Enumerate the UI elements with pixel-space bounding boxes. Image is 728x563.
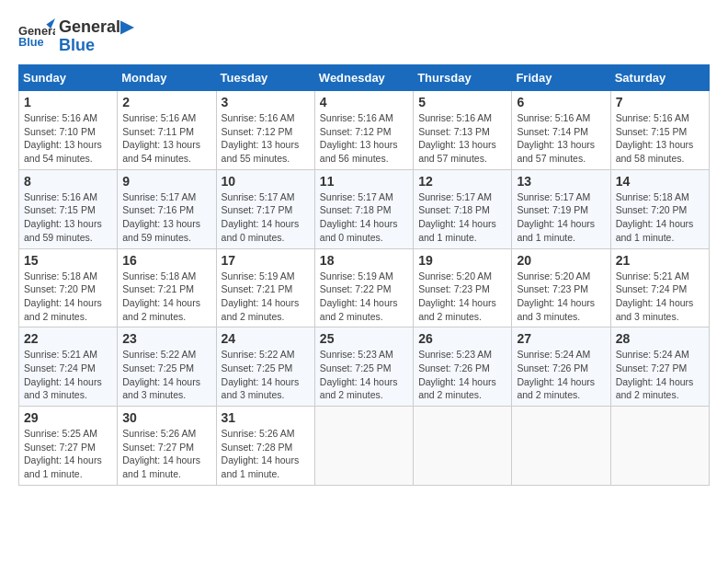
calendar-cell: 8Sunrise: 5:16 AM Sunset: 7:15 PM Daylig… [19,169,118,248]
calendar-cell: 13Sunrise: 5:17 AM Sunset: 7:19 PM Dayli… [512,169,610,248]
day-number: 31 [222,410,310,425]
day-number: 1 [24,95,112,109]
day-number: 18 [320,253,408,268]
day-number: 22 [24,331,112,346]
calendar-cell: 16Sunrise: 5:18 AM Sunset: 7:21 PM Dayli… [118,248,216,327]
day-number: 26 [418,331,506,346]
calendar-cell: 12Sunrise: 5:17 AM Sunset: 7:18 PM Dayli… [414,169,512,248]
day-info: Sunrise: 5:18 AM Sunset: 7:20 PM Dayligh… [616,190,704,245]
page-header: General Blue General▶ Blue [18,18,710,55]
calendar-cell: 17Sunrise: 5:19 AM Sunset: 7:21 PM Dayli… [216,248,314,327]
logo: General Blue General▶ Blue [18,18,133,55]
calendar-cell: 23Sunrise: 5:22 AM Sunset: 7:25 PM Dayli… [118,327,216,407]
calendar-cell: 31Sunrise: 5:26 AM Sunset: 7:28 PM Dayli… [216,407,314,486]
day-info: Sunrise: 5:16 AM Sunset: 7:12 PM Dayligh… [222,111,310,166]
calendar-cell [414,407,512,486]
calendar-cell: 11Sunrise: 5:17 AM Sunset: 7:18 PM Dayli… [314,169,413,248]
day-info: Sunrise: 5:19 AM Sunset: 7:21 PM Dayligh… [222,270,310,324]
header-saturday: Saturday [610,65,709,91]
calendar-cell: 30Sunrise: 5:26 AM Sunset: 7:27 PM Dayli… [118,407,216,486]
calendar-cell: 2Sunrise: 5:16 AM Sunset: 7:11 PM Daylig… [118,91,216,170]
day-number: 21 [616,253,704,268]
calendar-cell: 1Sunrise: 5:16 AM Sunset: 7:10 PM Daylig… [19,91,118,170]
day-info: Sunrise: 5:17 AM Sunset: 7:17 PM Dayligh… [222,190,310,245]
day-info: Sunrise: 5:17 AM Sunset: 7:19 PM Dayligh… [517,190,605,245]
calendar-cell: 26Sunrise: 5:23 AM Sunset: 7:26 PM Dayli… [414,327,512,407]
day-info: Sunrise: 5:17 AM Sunset: 7:18 PM Dayligh… [320,190,408,245]
day-info: Sunrise: 5:22 AM Sunset: 7:25 PM Dayligh… [222,348,310,402]
calendar-cell: 7Sunrise: 5:16 AM Sunset: 7:15 PM Daylig… [610,91,709,170]
day-number: 8 [24,174,112,189]
calendar-cell: 5Sunrise: 5:16 AM Sunset: 7:13 PM Daylig… [414,91,512,170]
day-info: Sunrise: 5:21 AM Sunset: 7:24 PM Dayligh… [616,270,704,324]
calendar-cell: 15Sunrise: 5:18 AM Sunset: 7:20 PM Dayli… [19,248,118,327]
day-number: 16 [122,253,210,268]
calendar-table: SundayMondayTuesdayWednesdayThursdayFrid… [18,64,710,486]
calendar-cell: 29Sunrise: 5:25 AM Sunset: 7:27 PM Dayli… [19,407,118,486]
day-number: 30 [122,410,210,425]
day-number: 23 [122,331,210,346]
calendar-cell: 20Sunrise: 5:20 AM Sunset: 7:23 PM Dayli… [512,248,610,327]
day-info: Sunrise: 5:16 AM Sunset: 7:15 PM Dayligh… [616,111,704,166]
logo-icon: General Blue [18,18,55,55]
svg-text:Blue: Blue [18,35,44,49]
day-number: 29 [24,410,112,425]
calendar-cell: 24Sunrise: 5:22 AM Sunset: 7:25 PM Dayli… [216,327,314,407]
day-info: Sunrise: 5:16 AM Sunset: 7:14 PM Dayligh… [517,111,605,166]
calendar-week-1: 1Sunrise: 5:16 AM Sunset: 7:10 PM Daylig… [19,91,710,170]
day-info: Sunrise: 5:25 AM Sunset: 7:27 PM Dayligh… [24,427,112,481]
header-sunday: Sunday [19,65,118,91]
day-number: 15 [24,253,112,268]
day-number: 25 [320,331,408,346]
day-info: Sunrise: 5:21 AM Sunset: 7:24 PM Dayligh… [24,348,112,402]
day-info: Sunrise: 5:20 AM Sunset: 7:23 PM Dayligh… [517,270,605,324]
day-number: 20 [517,253,605,268]
day-number: 27 [517,331,605,346]
day-number: 13 [517,174,605,189]
calendar-cell: 9Sunrise: 5:17 AM Sunset: 7:16 PM Daylig… [118,169,216,248]
day-number: 7 [616,95,704,109]
day-number: 19 [418,253,506,268]
calendar-cell: 25Sunrise: 5:23 AM Sunset: 7:25 PM Dayli… [314,327,413,407]
day-info: Sunrise: 5:23 AM Sunset: 7:26 PM Dayligh… [418,348,506,402]
calendar-cell: 21Sunrise: 5:21 AM Sunset: 7:24 PM Dayli… [610,248,709,327]
calendar-cell: 28Sunrise: 5:24 AM Sunset: 7:27 PM Dayli… [610,327,709,407]
logo-line2: Blue [59,37,133,55]
day-number: 2 [122,95,210,109]
calendar-cell: 3Sunrise: 5:16 AM Sunset: 7:12 PM Daylig… [216,91,314,170]
calendar-week-3: 15Sunrise: 5:18 AM Sunset: 7:20 PM Dayli… [19,248,710,327]
calendar-cell: 10Sunrise: 5:17 AM Sunset: 7:17 PM Dayli… [216,169,314,248]
day-info: Sunrise: 5:22 AM Sunset: 7:25 PM Dayligh… [122,348,210,402]
day-number: 24 [222,331,310,346]
day-info: Sunrise: 5:26 AM Sunset: 7:27 PM Dayligh… [122,427,210,481]
day-info: Sunrise: 5:16 AM Sunset: 7:12 PM Dayligh… [320,111,408,166]
day-info: Sunrise: 5:20 AM Sunset: 7:23 PM Dayligh… [418,270,506,324]
calendar-cell: 19Sunrise: 5:20 AM Sunset: 7:23 PM Dayli… [414,248,512,327]
calendar-cell: 18Sunrise: 5:19 AM Sunset: 7:22 PM Dayli… [314,248,413,327]
day-info: Sunrise: 5:17 AM Sunset: 7:16 PM Dayligh… [122,190,210,245]
day-info: Sunrise: 5:26 AM Sunset: 7:28 PM Dayligh… [222,427,310,481]
logo-line1: General▶ [59,18,133,37]
day-info: Sunrise: 5:16 AM Sunset: 7:10 PM Dayligh… [24,111,112,166]
day-info: Sunrise: 5:17 AM Sunset: 7:18 PM Dayligh… [418,190,506,245]
day-number: 3 [222,95,310,109]
calendar-cell: 14Sunrise: 5:18 AM Sunset: 7:20 PM Dayli… [610,169,709,248]
calendar-cell [512,407,610,486]
calendar-cell [610,407,709,486]
day-number: 28 [616,331,704,346]
day-number: 9 [122,174,210,189]
day-number: 10 [222,174,310,189]
day-info: Sunrise: 5:16 AM Sunset: 7:13 PM Dayligh… [418,111,506,166]
day-number: 6 [517,95,605,109]
day-number: 11 [320,174,408,189]
day-info: Sunrise: 5:23 AM Sunset: 7:25 PM Dayligh… [320,348,408,402]
day-info: Sunrise: 5:18 AM Sunset: 7:20 PM Dayligh… [24,270,112,324]
day-info: Sunrise: 5:24 AM Sunset: 7:26 PM Dayligh… [517,348,605,402]
calendar-cell: 27Sunrise: 5:24 AM Sunset: 7:26 PM Dayli… [512,327,610,407]
day-number: 17 [222,253,310,268]
header-friday: Friday [512,65,610,91]
header-wednesday: Wednesday [314,65,413,91]
day-number: 12 [418,174,506,189]
calendar-header-row: SundayMondayTuesdayWednesdayThursdayFrid… [19,65,710,91]
calendar-week-2: 8Sunrise: 5:16 AM Sunset: 7:15 PM Daylig… [19,169,710,248]
